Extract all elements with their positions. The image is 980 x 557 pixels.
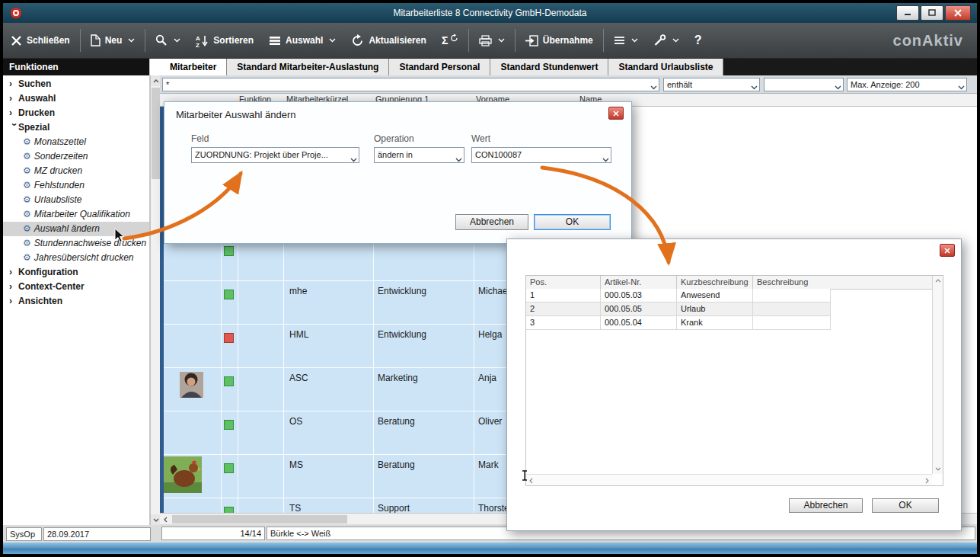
sidebar-item-context-center[interactable]: ›Context-Center <box>3 280 149 294</box>
uebernahme-button[interactable]: Übernahme <box>518 23 601 58</box>
tools-icon <box>653 34 666 46</box>
wert-value: CON100087 <box>475 148 597 162</box>
cell-kuerzel: OS <box>289 416 302 427</box>
window-bottom-frame <box>3 543 977 554</box>
chevron-right-icon: › <box>9 280 18 294</box>
feld-combobox[interactable]: ZUORDNUNG: Projekt über Proje... <box>191 147 359 163</box>
dialog-close-button[interactable] <box>608 107 624 120</box>
schliessen-button[interactable]: Schließen <box>3 23 78 58</box>
table-horizontal-scrollbar[interactable] <box>526 474 932 485</box>
column-header[interactable]: Kurzbeschreibung <box>677 276 753 289</box>
feld-label: Feld <box>191 133 209 144</box>
cell-gruppierung: Entwicklung <box>378 286 426 296</box>
chevron-down-icon <box>498 38 505 43</box>
table-row[interactable]: 2 000.05.05 Urlaub <box>526 303 831 316</box>
column-header[interactable]: Beschreibung <box>753 276 831 289</box>
close-button[interactable] <box>945 5 971 21</box>
cell-beschreibung <box>753 303 831 316</box>
application-window: Mitarbeiterliste 8 Connectivity GmbH-Dem… <box>0 0 980 557</box>
sidebar-scrollbar[interactable] <box>150 75 160 525</box>
tab-standard-personal[interactable]: Standard Personal <box>389 59 490 75</box>
minimize-button[interactable] <box>896 5 919 21</box>
chevron-expanded-icon: › <box>7 123 21 133</box>
dialog-title: Mitarbeiter Auswahl ändern <box>176 109 296 120</box>
suchen-button[interactable] <box>148 23 188 58</box>
cell-gruppierung: Entwicklung <box>378 329 426 340</box>
sidebar-item-drucken[interactable]: ›Drucken <box>3 106 149 120</box>
scroll-up-icon[interactable] <box>933 276 943 286</box>
cell-vorname: Mark <box>478 459 499 470</box>
filter-value-combobox[interactable] <box>764 78 844 91</box>
scrollbar-thumb[interactable] <box>172 515 347 523</box>
dialog-close-button[interactable] <box>940 244 955 257</box>
chevron-down-icon <box>672 38 679 43</box>
werkzeuge-button[interactable] <box>646 23 687 58</box>
sidebar-item-stundennachweise-drucken[interactable]: ⚙Stundennachweise drucken <box>3 236 149 251</box>
auswahl-button[interactable]: Auswahl <box>261 23 343 58</box>
sidebar-item-auswahl[interactable]: ›Auswahl <box>3 91 149 106</box>
max-anzeige-combobox[interactable]: Max. Anzeige: 200 <box>847 78 967 91</box>
sidebar-item-mitarbeiter-qualifikation[interactable]: ⚙Mitarbeiter Qualifikation <box>3 207 149 222</box>
sidebar-item-monatszettel[interactable]: ⚙Monatszettel <box>3 135 149 149</box>
filter-operator-value: enthält <box>667 78 745 91</box>
import-icon <box>525 35 538 46</box>
hilfe-button[interactable]: ? <box>687 23 710 58</box>
drucken-button[interactable] <box>471 23 512 58</box>
sidebar-item-label: Monatszettel <box>34 135 86 149</box>
neu-button[interactable]: Neu <box>83 23 143 58</box>
table-row[interactable]: 3 000.05.04 Krank <box>526 316 831 330</box>
ok-button[interactable]: OK <box>872 498 939 513</box>
ok-button[interactable]: OK <box>534 214 611 230</box>
tab-mitarbeiter[interactable]: Mitarbeiter <box>160 59 227 75</box>
gear-icon: ⚙ <box>23 135 31 149</box>
toolbar-separator <box>515 29 516 52</box>
abbrechen-button[interactable]: Abbrechen <box>789 498 863 513</box>
help-label: ? <box>694 34 702 47</box>
gear-icon: ⚙ <box>23 193 31 207</box>
filter-value-value <box>768 78 829 91</box>
operation-combobox[interactable]: ändern in <box>374 147 464 163</box>
scrollbar-thumb[interactable] <box>152 88 160 179</box>
sidebar-item-auswahl-aendern[interactable]: ⚙Auswahl ändern <box>3 222 149 236</box>
employee-photo <box>164 456 202 493</box>
column-header[interactable]: Artikel-Nr. <box>601 276 677 289</box>
sidebar-item-fehlstunden[interactable]: ⚙Fehlstunden <box>3 178 149 193</box>
wert-combobox[interactable]: CON100087 <box>471 147 611 163</box>
sidebar-item-konfiguration[interactable]: ›Konfiguration <box>3 265 149 280</box>
sortieren-button[interactable]: A Z Sortieren <box>188 23 261 58</box>
sidebar-item-urlaubsliste[interactable]: ⚙Urlaubsliste <box>3 193 149 207</box>
menu-button[interactable] <box>606 23 646 58</box>
sidebar-item-ansichten[interactable]: ›Ansichten <box>3 294 149 309</box>
filter-pattern-combobox[interactable]: * <box>162 78 659 91</box>
tab-standard-mitarbeiter-auslastung[interactable]: Standard Mitarbeiter-Auslastung <box>227 59 389 75</box>
feld-value: ZUORDNUNG: Projekt über Proje... <box>195 148 345 162</box>
abbrechen-button[interactable]: Abbrechen <box>455 214 528 230</box>
search-icon <box>155 34 168 46</box>
svg-text:Σ: Σ <box>442 34 448 46</box>
tab-standard-urlaubsliste[interactable]: Standard Urlaubsliste <box>608 59 723 75</box>
sum-refresh-icon: Σ <box>442 34 458 47</box>
sidebar-item-jahresuebersicht-drucken[interactable]: ⚙Jahresübersicht drucken <box>3 251 149 265</box>
sidebar-item-spezial[interactable]: ›Spezial <box>3 120 149 135</box>
chevron-down-icon <box>602 153 609 165</box>
scroll-left-icon[interactable] <box>161 514 171 524</box>
chevron-right-icon: › <box>9 91 18 106</box>
sidebar-item-sonderzeiten[interactable]: ⚙Sonderzeiten <box>3 149 149 164</box>
scroll-right-icon[interactable] <box>922 475 932 485</box>
aktualisieren-button[interactable]: Aktualisieren <box>343 23 433 58</box>
auswahl-label: Auswahl <box>286 35 323 46</box>
filter-operator-combobox[interactable]: enthält <box>663 78 760 91</box>
gear-icon: ⚙ <box>23 149 31 164</box>
table-row[interactable]: 1 000.05.03 Anwesend <box>526 289 831 303</box>
column-header[interactable]: Pos. <box>526 276 601 289</box>
maximize-button[interactable] <box>921 5 943 21</box>
sidebar-item-mz-drucken[interactable]: ⚙MZ drucken <box>3 164 149 178</box>
tab-standard-stundenwert[interactable]: Standard Stundenwert <box>490 59 608 75</box>
summen-aktualisieren-button[interactable]: Σ <box>434 23 466 58</box>
chevron-right-icon: › <box>9 294 18 309</box>
view-tabs: Mitarbeiter Standard Mitarbeiter-Auslast… <box>160 59 977 75</box>
sidebar-item-suchen[interactable]: ›Suchen <box>3 77 149 91</box>
scroll-down-icon[interactable] <box>933 464 943 474</box>
status-green-icon <box>224 420 234 430</box>
table-vertical-scrollbar[interactable] <box>932 276 943 474</box>
